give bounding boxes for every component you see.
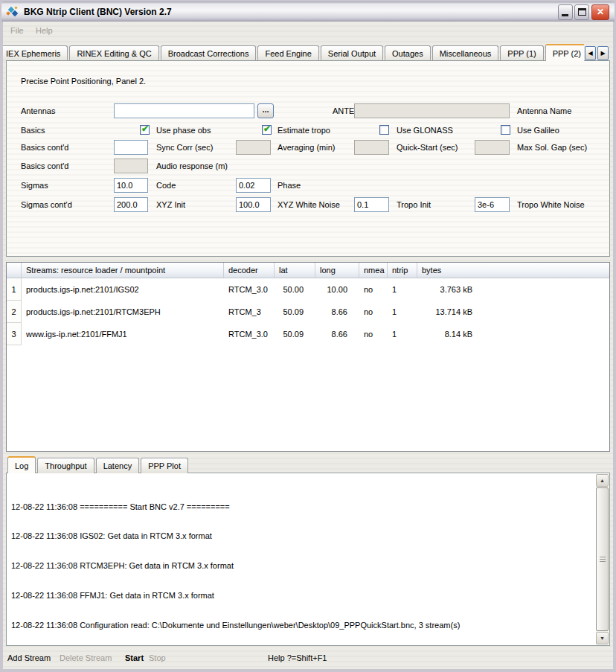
tab-feed-engine[interactable]: Feed Engine <box>257 45 318 61</box>
sigmas-contd-label: Sigmas cont'd <box>21 200 72 209</box>
cell-ntrip: 1 <box>388 307 417 316</box>
table-row[interactable]: 3 www.igs-ip.net:2101/FFMJ1 RTCM_3.0 50.… <box>7 323 609 345</box>
use-galileo-checkbox[interactable] <box>501 125 510 135</box>
maximize-button[interactable] <box>574 4 589 20</box>
minimize-button[interactable] <box>558 4 573 20</box>
help-hint: Help ?=Shift+F1 <box>268 653 327 662</box>
xyz-init-input[interactable] <box>114 197 148 212</box>
row-number: 1 <box>7 278 22 301</box>
tab-scroll-right-button[interactable]: ▶ <box>597 46 609 60</box>
scrollbar-thumb[interactable] <box>596 487 609 631</box>
row-number: 2 <box>7 301 22 323</box>
menu-help[interactable]: Help <box>36 26 53 35</box>
log-area[interactable]: 12-08-22 11:36:08 ========== Start BNC v… <box>6 473 610 646</box>
right-arrow-icon: ▶ <box>600 50 605 57</box>
cell-lat: 50.00 <box>275 285 315 294</box>
header-mountpoint[interactable]: Streams: resource loader / mountpoint <box>22 263 224 278</box>
cell-lat: 50.09 <box>275 307 315 316</box>
basics-label: Basics <box>21 126 45 135</box>
cell-nmea: no <box>359 285 388 294</box>
sigma-code-label: Code <box>156 181 176 190</box>
sync-corr-input[interactable] <box>114 140 148 155</box>
title-bar[interactable]: BKG Ntrip Client (BNC) Version 2.7 ✕ <box>1 1 615 22</box>
header-nmea[interactable]: nmea <box>359 263 388 278</box>
tab-ppp-2[interactable]: PPP (2) <box>545 44 584 61</box>
tab-scroll-left-button[interactable]: ◀ <box>585 46 596 60</box>
header-bytes[interactable]: bytes <box>417 263 609 278</box>
scroll-down-button[interactable]: ▼ <box>596 632 609 644</box>
check-icon: ✔ <box>141 124 149 134</box>
tab-miscellaneous[interactable]: Miscellaneous <box>432 45 499 61</box>
basics-contd1-label: Basics cont'd <box>21 143 68 152</box>
streams-table-header: Streams: resource loader / mountpoint de… <box>7 263 609 278</box>
max-sol-gap-label: Max Sol. Gap (sec) <box>517 143 587 152</box>
start-button[interactable]: Start <box>125 653 144 662</box>
tab-rinex-ephemeris[interactable]: IEX Ephemeris <box>3 45 68 61</box>
estimate-tropo-checkbox[interactable]: ✔ <box>262 125 272 135</box>
tropo-white-noise-input[interactable] <box>475 197 510 212</box>
xyz-init-label: XYZ Init <box>156 200 185 209</box>
table-row[interactable]: 2 products.igs-ip.net:2101/RTCM3EPH RTCM… <box>7 301 609 323</box>
tab-throughput[interactable]: Throughput <box>37 458 94 473</box>
cell-bytes: 13.714 kB <box>417 307 609 316</box>
antex-file-input <box>354 103 510 118</box>
scroll-up-icon: ▲ <box>600 478 605 483</box>
use-phase-obs-checkbox[interactable]: ✔ <box>140 125 150 135</box>
log-line: 12-08-22 11:36:08 Configuration read: C:… <box>11 621 594 630</box>
cell-mountpoint: www.igs-ip.net:2101/FFMJ1 <box>22 330 224 339</box>
basics-contd2-label: Basics cont'd <box>21 161 68 170</box>
table-row[interactable]: 1 products.igs-ip.net:2101/IGS02 RTCM_3.… <box>7 278 609 301</box>
add-stream-button[interactable]: Add Stream <box>7 653 51 662</box>
stop-button[interactable]: Stop <box>149 653 166 662</box>
cell-ntrip: 1 <box>388 330 417 339</box>
app-icon <box>6 6 19 18</box>
cell-ntrip: 1 <box>388 285 417 294</box>
cell-nmea: no <box>359 307 388 316</box>
antennas-input[interactable] <box>114 103 254 118</box>
cell-bytes: 8.14 kB <box>417 330 609 339</box>
header-lat[interactable]: lat <box>275 263 315 278</box>
delete-stream-button[interactable]: Delete Stream <box>60 653 112 662</box>
sigma-code-input[interactable] <box>114 178 148 193</box>
averaging-input <box>236 140 271 155</box>
cell-mountpoint: products.igs-ip.net:2101/RTCM3EPH <box>22 307 224 316</box>
tropo-init-input[interactable] <box>354 197 389 212</box>
left-arrow-icon: ◀ <box>588 50 592 57</box>
tab-outages[interactable]: Outages <box>385 45 431 61</box>
scroll-up-button[interactable]: ▲ <box>596 474 609 487</box>
streams-table: Streams: resource loader / mountpoint de… <box>6 262 610 452</box>
use-glonass-checkbox[interactable] <box>379 125 389 135</box>
use-phase-obs-label: Use phase obs <box>156 126 211 135</box>
menu-bar: File Help <box>3 23 613 39</box>
tab-broadcast-corrections[interactable]: Broadcast Corrections <box>161 45 257 61</box>
cell-lat: 50.09 <box>275 330 315 339</box>
bnc-window: BKG Ntrip Client (BNC) Version 2.7 ✕ Fil… <box>0 0 616 672</box>
use-galileo-label: Use Galileo <box>517 126 559 135</box>
tab-ppp-1[interactable]: PPP (1) <box>500 45 543 61</box>
xyz-white-noise-input[interactable] <box>236 197 271 212</box>
bottom-tab-bar: Log Throughput Latency PPP Plot <box>7 456 190 473</box>
row-number: 3 <box>7 323 22 345</box>
scroll-down-icon: ▼ <box>600 636 605 641</box>
menu-file[interactable]: File <box>10 26 24 35</box>
thumb-grip-icon <box>600 557 606 563</box>
tab-latency[interactable]: Latency <box>96 458 140 473</box>
tab-log[interactable]: Log <box>7 456 36 473</box>
tab-ppp-plot[interactable]: PPP Plot <box>141 458 188 473</box>
log-scrollbar[interactable]: ▲ ▼ <box>596 474 609 644</box>
tab-rinex-editing-qc[interactable]: RINEX Editing & QC <box>69 45 158 61</box>
top-tab-bar: IEX Ephemeris RINEX Editing & QC Broadca… <box>3 44 584 61</box>
header-ntrip[interactable]: ntrip <box>388 263 417 278</box>
header-long[interactable]: long <box>315 263 359 278</box>
antex-browse-button[interactable]: ... <box>257 103 274 118</box>
close-button[interactable]: ✕ <box>591 4 609 20</box>
log-line: 12-08-22 11:36:08 IGS02: Get data in RTC… <box>11 531 594 541</box>
status-bar: Add Stream Delete Stream Start Stop Help… <box>3 647 613 669</box>
header-corner <box>7 263 22 278</box>
cell-mountpoint: products.igs-ip.net:2101/IGS02 <box>22 285 224 294</box>
tab-serial-output[interactable]: Serial Output <box>321 45 383 61</box>
xyz-white-noise-label: XYZ White Noise <box>277 200 340 209</box>
sigma-phase-input[interactable] <box>236 178 271 193</box>
log-text: 12-08-22 11:36:08 ========== Start BNC v… <box>11 482 594 644</box>
header-decoder[interactable]: decoder <box>224 263 275 278</box>
